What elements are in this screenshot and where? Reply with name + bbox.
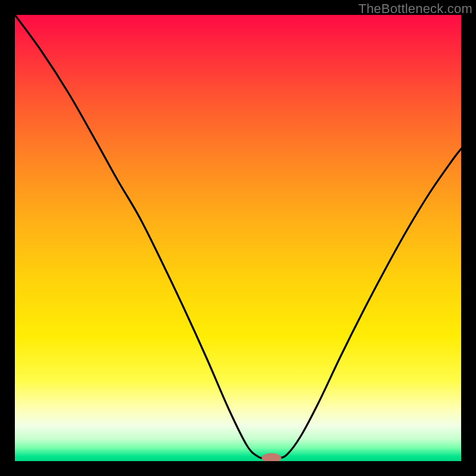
bottleneck-curve xyxy=(15,15,461,458)
curve-layer xyxy=(15,15,461,461)
optimal-point-marker xyxy=(262,453,281,462)
watermark-text: TheBottleneck.com xyxy=(358,1,472,17)
plot-area xyxy=(15,15,461,461)
chart-frame: TheBottleneck.com xyxy=(0,0,476,476)
